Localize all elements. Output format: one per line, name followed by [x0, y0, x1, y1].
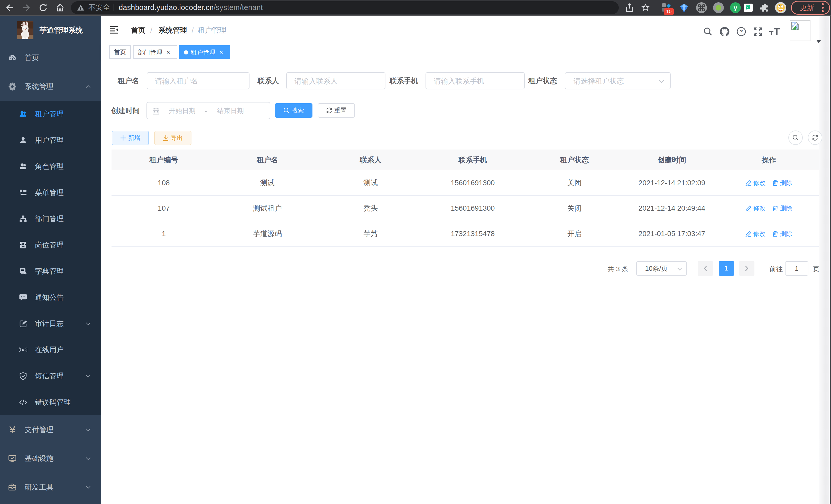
svg-text:?: ? [740, 29, 743, 34]
svg-text:y: y [734, 4, 738, 11]
